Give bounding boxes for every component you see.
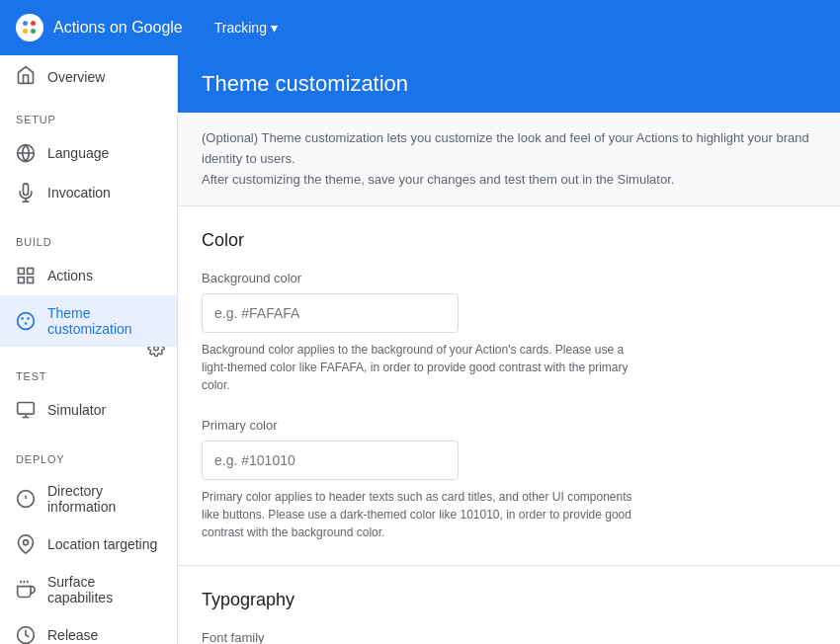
location-icon <box>16 534 36 554</box>
setup-section: SETUP Language Invocation <box>0 98 177 220</box>
home-icon <box>16 65 36 88</box>
primary-color-input[interactable] <box>202 441 459 480</box>
simulator-label: Simulator <box>47 402 106 418</box>
svg-rect-8 <box>19 278 25 283</box>
sidebar-item-simulator[interactable]: Simulator <box>0 390 177 430</box>
mic-icon <box>16 183 36 202</box>
sidebar-item-release[interactable]: Release <box>0 615 177 644</box>
bg-color-input[interactable] <box>202 293 459 333</box>
svg-point-9 <box>18 313 35 330</box>
svg-point-12 <box>25 322 28 325</box>
logo-icon <box>16 14 43 41</box>
sidebar-item-actions[interactable]: Actions <box>0 256 177 295</box>
svg-rect-13 <box>18 403 35 415</box>
top-nav: Actions on Google Tracking ▾ <box>0 0 840 55</box>
test-label: TEST <box>0 370 177 390</box>
info-icon <box>16 489 36 509</box>
sidebar-item-surface[interactable]: Surface capabilites <box>0 564 177 615</box>
sidebar-item-overview[interactable]: Overview <box>0 55 177 98</box>
sidebar-item-invocation[interactable]: Invocation <box>0 173 177 212</box>
svg-point-10 <box>21 317 24 320</box>
sidebar-item-language[interactable]: Language <box>0 133 177 173</box>
tracking-label: Tracking <box>214 20 267 36</box>
color-title: Color <box>202 230 816 251</box>
font-family-group: Font family Default Sans Serif Serif Mon… <box>202 630 816 644</box>
language-label: Language <box>47 145 109 161</box>
overview-label: Overview <box>47 69 105 85</box>
sidebar-item-directory[interactable]: Directory information <box>0 473 177 524</box>
svg-point-19 <box>24 540 29 545</box>
build-section: BUILD Actions Theme c <box>0 220 177 355</box>
content-area: (Optional) Theme customization lets you … <box>178 113 840 644</box>
svg-point-11 <box>27 317 30 320</box>
svg-rect-5 <box>19 269 25 275</box>
app-logo: Actions on Google <box>16 14 183 41</box>
deploy-label: DEPLOY <box>0 453 177 473</box>
directory-label: Directory information <box>47 483 161 515</box>
font-family-label: Font family <box>202 630 816 644</box>
tracking-menu[interactable]: Tracking ▾ <box>207 16 286 40</box>
actions-icon <box>16 266 36 285</box>
palette-icon <box>16 311 36 331</box>
build-label: BUILD <box>0 236 177 256</box>
page-title: Theme customization <box>202 71 816 97</box>
language-icon <box>16 143 36 163</box>
bg-color-group: Background color Background color applie… <box>202 271 816 394</box>
surface-label: Surface capabilites <box>47 574 161 605</box>
release-icon <box>16 625 36 644</box>
chevron-down-icon: ▾ <box>271 20 278 36</box>
surface-icon <box>16 580 36 600</box>
setup-label: SETUP <box>0 114 177 133</box>
svg-rect-7 <box>28 278 34 283</box>
typography-title: Typography <box>202 590 816 610</box>
release-label: Release <box>47 627 98 643</box>
info-banner: (Optional) Theme customization lets you … <box>178 113 840 206</box>
bg-color-label: Background color <box>202 271 816 285</box>
invocation-label: Invocation <box>47 185 111 201</box>
theme-label: Theme customization <box>47 305 161 337</box>
info-line2: After customizing the theme, save your c… <box>202 170 816 191</box>
svg-rect-6 <box>28 269 34 275</box>
sidebar-item-location[interactable]: Location targeting <box>0 524 177 564</box>
sidebar: Overview SETUP Language <box>0 55 178 644</box>
primary-color-group: Primary color Primary color applies to h… <box>202 418 816 541</box>
color-section: Color Background color Background color … <box>178 206 840 566</box>
typography-section: Typography Font family Default Sans Seri… <box>178 566 840 644</box>
test-section: TEST Simulator <box>0 355 177 438</box>
bg-color-hint: Background color applies to the backgrou… <box>202 341 636 394</box>
app-name: Actions on Google <box>53 19 183 37</box>
info-line1: (Optional) Theme customization lets you … <box>202 128 816 170</box>
deploy-section: DEPLOY Directory information Location ta… <box>0 438 177 644</box>
actions-label: Actions <box>47 268 93 283</box>
page-header: Theme customization <box>178 55 840 113</box>
main-content: Theme customization (Optional) Theme cus… <box>178 55 840 644</box>
simulator-icon <box>16 400 36 420</box>
sidebar-item-theme[interactable]: Theme customization <box>0 295 177 347</box>
location-label: Location targeting <box>47 536 157 552</box>
primary-color-label: Primary color <box>202 418 816 433</box>
primary-color-hint: Primary color applies to header texts su… <box>202 488 636 541</box>
